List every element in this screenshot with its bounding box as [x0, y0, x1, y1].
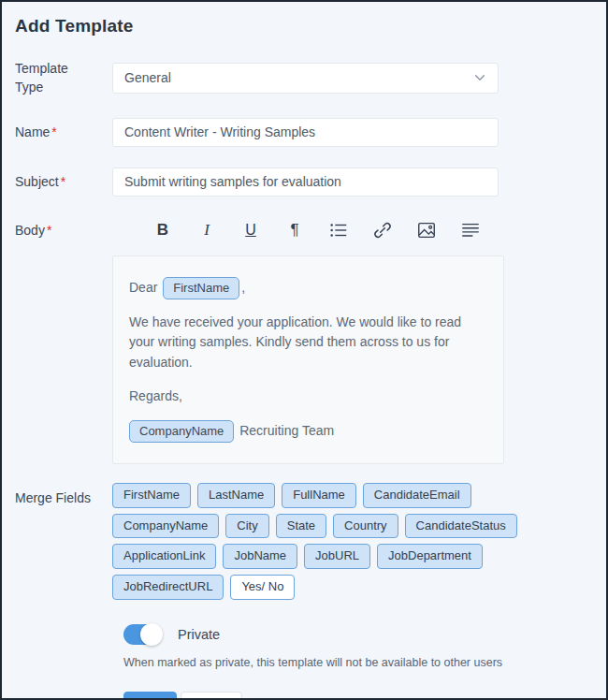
merge-field-chip[interactable]: CompanyName [112, 514, 219, 539]
merge-field-chip[interactable]: Yes/ No [230, 575, 295, 600]
body-paragraph: We have received your application. We wo… [129, 313, 487, 373]
merge-field-chip[interactable]: City [225, 514, 268, 539]
private-toggle[interactable] [123, 624, 161, 645]
merge-fields-chips: FirstName LastName FullName CandidateEma… [112, 483, 524, 600]
merge-token-companyname[interactable]: CompanyName [129, 420, 234, 443]
template-type-select[interactable]: General [112, 63, 499, 94]
image-icon [416, 220, 437, 241]
template-type-selected-value: General [124, 70, 171, 85]
link-icon [372, 220, 393, 241]
cancel-button[interactable]: Cancel [181, 692, 242, 700]
link-button[interactable] [371, 219, 394, 241]
private-label: Private [178, 627, 220, 642]
template-type-row: Template Type General [15, 59, 593, 97]
body-label: Body* [15, 217, 112, 240]
form-actions: Save Cancel [123, 692, 593, 700]
merge-field-chip[interactable]: CandidateStatus [405, 514, 517, 539]
page-title: Add Template [15, 16, 593, 36]
subject-label: Subject* [15, 172, 112, 191]
unordered-list-icon [328, 220, 349, 241]
paragraph-button[interactable]: ¶ [283, 219, 306, 241]
italic-button[interactable]: I [195, 219, 218, 241]
insert-image-button[interactable] [415, 219, 438, 241]
merge-field-chip[interactable]: ApplicationLink [112, 544, 216, 569]
underline-button[interactable]: U [239, 219, 262, 241]
merge-field-chip[interactable]: LastName [197, 483, 275, 508]
body-editor[interactable]: Dear FirstName, We have received your ap… [112, 255, 504, 464]
name-row: Name* [15, 118, 593, 147]
subject-input[interactable] [112, 168, 499, 197]
add-template-dialog: Add Template Template Type General Name*… [0, 0, 608, 700]
greeting-line: Dear FirstName, [129, 277, 487, 299]
merge-field-chip[interactable]: JobName [223, 544, 297, 569]
regards-line: Regards, [129, 386, 487, 407]
merge-field-chip[interactable]: JobRedirectURL [112, 575, 224, 600]
privacy-row: Private [123, 624, 593, 645]
merge-field-chip[interactable]: Country [333, 514, 398, 539]
merge-field-chip[interactable]: CandidateEmail [363, 483, 471, 508]
name-label: Name* [15, 123, 112, 141]
signature-line: CompanyName Recruiting Team [129, 420, 487, 443]
merge-token-firstname[interactable]: FirstName [163, 277, 239, 299]
name-input[interactable] [112, 118, 499, 147]
subject-row: Subject* [15, 168, 593, 197]
merge-field-chip[interactable]: JobDepartment [377, 544, 483, 569]
required-asterisk: * [47, 223, 51, 238]
unordered-list-button[interactable] [327, 219, 350, 241]
editor-toolbar: B I U ¶ [112, 217, 505, 241]
privacy-helper-text: When marked as private, this template wi… [123, 656, 593, 669]
save-button[interactable]: Save [123, 692, 177, 700]
align-left-button[interactable] [459, 219, 482, 241]
merge-field-chip[interactable]: State [276, 514, 326, 539]
merge-fields-row: Merge Fields FirstName LastName FullName… [15, 483, 593, 600]
merge-field-chip[interactable]: JobURL [304, 544, 370, 569]
align-left-icon [460, 220, 481, 241]
toggle-knob [140, 623, 163, 646]
body-row: Body* B I U ¶ [15, 217, 593, 464]
template-type-label: Template Type [15, 59, 112, 97]
merge-field-chip[interactable]: FirstName [112, 483, 191, 508]
merge-field-chip[interactable]: FullName [282, 483, 356, 508]
chevron-down-icon [473, 71, 486, 84]
bold-button[interactable]: B [152, 219, 174, 241]
merge-fields-label: Merge Fields [15, 483, 112, 507]
required-asterisk: * [61, 174, 65, 189]
required-asterisk: * [51, 124, 56, 139]
